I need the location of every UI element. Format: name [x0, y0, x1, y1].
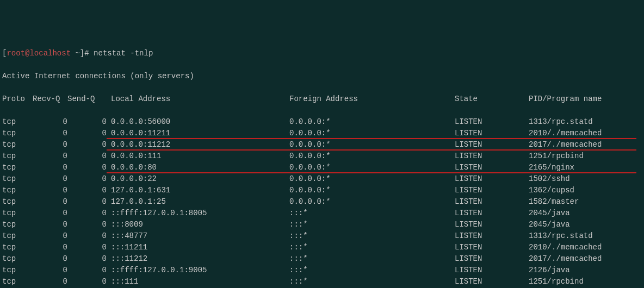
cell-recvq: 0 — [33, 151, 67, 162]
cell-local: :::11211 — [111, 242, 289, 253]
cell-recvq: 0 — [33, 208, 67, 219]
bracket-close: ] — [80, 49, 84, 58]
hdr-foreign: Foreign Address — [289, 93, 455, 105]
cell-local: 0.0.0.0:56000 — [111, 116, 289, 128]
table-row: tcp00:::48777:::*LISTEN1313/rpc.statd — [2, 230, 642, 242]
cell-recvq: 0 — [33, 162, 67, 173]
cell-proto: tcp — [2, 139, 33, 151]
cell-state: LISTEN — [455, 253, 529, 265]
cell-recvq: 0 — [33, 242, 67, 253]
cell-recvq: 0 — [33, 128, 67, 139]
cell-sendq: 0 — [67, 151, 111, 162]
cell-state: LISTEN — [455, 116, 529, 128]
cell-pid: 2010/./memcached — [529, 128, 642, 139]
cell-sendq: 0 — [67, 230, 111, 242]
cell-foreign: 0.0.0.0:* — [289, 162, 455, 173]
table-row: tcp00127.0.0.1:250.0.0.0:*LISTEN1582/mas… — [2, 196, 642, 208]
cell-state: LISTEN — [455, 139, 529, 151]
cell-state: LISTEN — [455, 162, 529, 173]
cell-proto: tcp — [2, 265, 33, 276]
cell-recvq: 0 — [33, 265, 67, 276]
table-header: ProtoRecv-QSend-QLocal AddressForeign Ad… — [2, 93, 642, 105]
cell-pid: 1362/cupsd — [529, 185, 642, 196]
cell-local: 0.0.0.0:22 — [111, 173, 289, 185]
cell-pid: 2010/./memcached — [529, 242, 642, 253]
hdr-recvq: Recv-Q — [33, 93, 67, 105]
cell-foreign: :::* — [289, 265, 455, 276]
cell-sendq: 0 — [67, 162, 111, 173]
cell-recvq: 0 — [33, 230, 67, 242]
cell-local: 127.0.0.1:631 — [111, 185, 289, 196]
table-row: tcp000.0.0.0:1110.0.0.0:*LISTEN1251/rpcb… — [2, 151, 642, 162]
table-row: tcp00::ffff:127.0.0.1:8005:::*LISTEN2045… — [2, 208, 642, 219]
table-row: tcp000.0.0.0:800.0.0.0:*LISTEN2165/nginx — [2, 162, 642, 173]
cell-foreign: 0.0.0.0:* — [289, 185, 455, 196]
cell-recvq: 0 — [33, 116, 67, 128]
cell-sendq: 0 — [67, 196, 111, 208]
prompt-host: localhost — [29, 49, 71, 58]
cell-proto: tcp — [2, 208, 33, 219]
cell-foreign: 0.0.0.0:* — [289, 139, 455, 151]
cell-local: 127.0.0.1:25 — [111, 196, 289, 208]
cell-pid: 1251/rpcbind — [529, 276, 642, 287]
cell-foreign: :::* — [289, 230, 455, 242]
cell-local: ::ffff:127.0.0.1:8005 — [111, 208, 289, 219]
cell-local: :::11212 — [111, 253, 289, 265]
cell-local: 0.0.0.0:11212 — [111, 139, 289, 151]
cell-local: 0.0.0.0:80 — [111, 162, 289, 173]
cell-sendq: 0 — [67, 139, 111, 151]
table-row: tcp00127.0.0.1:6310.0.0.0:*LISTEN1362/cu… — [2, 185, 642, 196]
cell-pid: 1251/rpcbind — [529, 151, 642, 162]
cell-proto: tcp — [2, 185, 33, 196]
output-title: Active Internet connections (only server… — [2, 71, 642, 82]
cell-local: 0.0.0.0:111 — [111, 151, 289, 162]
cell-sendq: 0 — [67, 265, 111, 276]
cell-state: LISTEN — [455, 196, 529, 208]
cell-proto: tcp — [2, 116, 33, 128]
cell-proto: tcp — [2, 253, 33, 265]
cell-pid: 2017/./memcached — [529, 253, 642, 265]
cell-recvq: 0 — [33, 173, 67, 185]
cell-foreign: 0.0.0.0:* — [289, 173, 455, 185]
cell-proto: tcp — [2, 128, 33, 139]
cell-sendq: 0 — [67, 276, 111, 287]
cell-state: LISTEN — [455, 185, 529, 196]
cell-foreign: 0.0.0.0:* — [289, 151, 455, 162]
cell-sendq: 0 — [67, 173, 111, 185]
hdr-proto: Proto — [2, 93, 33, 105]
cell-recvq: 0 — [33, 219, 67, 230]
cell-pid: 1502/sshd — [529, 173, 642, 185]
table-row: tcp000.0.0.0:560000.0.0.0:*LISTEN1313/rp… — [2, 116, 642, 128]
cell-proto: tcp — [2, 242, 33, 253]
command: netstat -tnlp — [94, 49, 153, 58]
cell-proto: tcp — [2, 196, 33, 208]
cell-local: :::48777 — [111, 230, 289, 242]
cell-sendq: 0 — [67, 128, 111, 139]
cell-foreign: 0.0.0.0:* — [289, 128, 455, 139]
cell-state: LISTEN — [455, 151, 529, 162]
table-row: tcp00:::11211:::*LISTEN2010/./memcached — [2, 242, 642, 253]
cell-state: LISTEN — [455, 230, 529, 242]
table-row: tcp00:::111:::*LISTEN1251/rpcbind — [2, 276, 642, 287]
table-row: tcp000.0.0.0:112120.0.0.0:*LISTEN2017/./… — [2, 139, 642, 151]
cell-local: 0.0.0.0:11211 — [111, 128, 289, 139]
hdr-local: Local Address — [111, 93, 289, 105]
cell-pid: 2126/java — [529, 265, 642, 276]
cell-proto: tcp — [2, 219, 33, 230]
cell-foreign: 0.0.0.0:* — [289, 196, 455, 208]
cell-sendq: 0 — [67, 253, 111, 265]
cell-sendq: 0 — [67, 116, 111, 128]
cell-pid: 2045/java — [529, 219, 642, 230]
cell-state: LISTEN — [455, 128, 529, 139]
cell-local: ::ffff:127.0.0.1:9005 — [111, 265, 289, 276]
table-row: tcp000.0.0.0:220.0.0.0:*LISTEN1502/sshd — [2, 173, 642, 185]
table-row: tcp00::ffff:127.0.0.1:9005:::*LISTEN2126… — [2, 265, 642, 276]
cell-local: :::8009 — [111, 219, 289, 230]
cell-pid: 1313/rpc.statd — [529, 230, 642, 242]
cell-foreign: :::* — [289, 219, 455, 230]
cell-state: LISTEN — [455, 265, 529, 276]
prompt-tilde: ~ — [75, 49, 79, 58]
hdr-sendq: Send-Q — [67, 93, 111, 105]
prompt-hash: # — [84, 49, 94, 58]
cell-foreign: :::* — [289, 208, 455, 219]
